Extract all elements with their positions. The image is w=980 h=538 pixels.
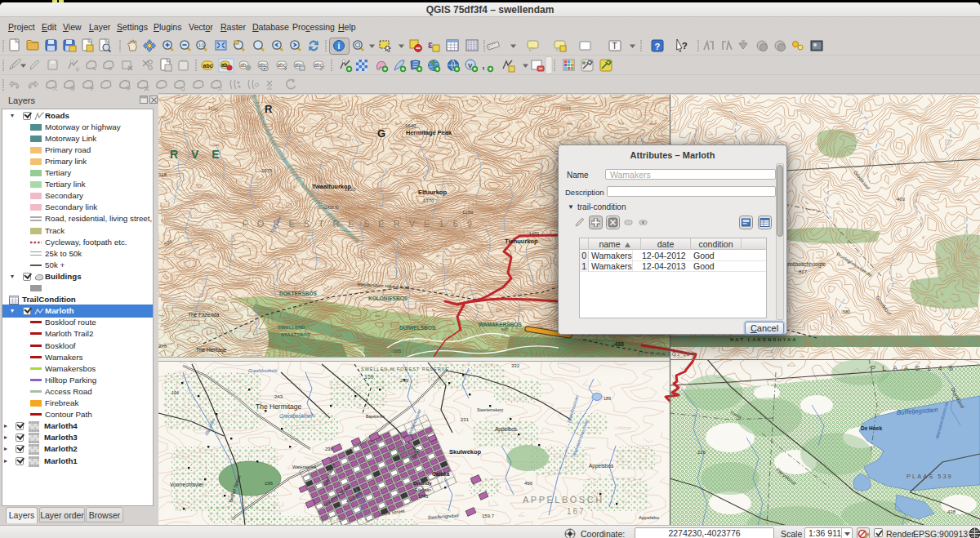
svg-text:Etkrlaan: Etkrlaan [415, 487, 431, 492]
svg-text:·196: ·196 [263, 481, 274, 486]
svg-text:1:1: 1:1 [198, 42, 204, 47]
svg-text:Bajekierks: Bajekierks [366, 414, 385, 419]
svg-text:SWELLEN M FOREST RESERVE: SWELLEN M FOREST RESERVE [361, 367, 449, 371]
svg-text:1520: 1520 [345, 187, 356, 192]
svg-text:Hermitage Peak: Hermitage Peak [406, 129, 452, 136]
svg-text:WAMAKERSBOS: WAMAKERSBOS [479, 322, 522, 327]
svg-text:·463: ·463 [895, 197, 906, 202]
svg-text:i: i [338, 42, 341, 51]
svg-text:abc: abc [278, 62, 287, 68]
svg-text:·1370: ·1370 [421, 198, 434, 203]
svg-text:·1075: ·1075 [260, 168, 273, 173]
svg-text:The Hermitage: The Hermitage [256, 402, 301, 411]
svg-text:580: 580 [843, 309, 850, 314]
svg-text:189: 189 [604, 396, 611, 401]
svg-text:·1489: ·1489 [528, 231, 539, 236]
svg-text:○305: ○305 [390, 349, 402, 353]
svg-text:Tienuurkop: Tienuurkop [505, 238, 538, 245]
svg-text:P L A A S 1 4 6: P L A A S 1 4 6 [871, 364, 956, 372]
svg-text:496: 496 [524, 481, 533, 486]
svg-text:231: 231 [461, 417, 470, 422]
svg-text:928: 928 [158, 172, 167, 177]
svg-text:·238: ·238 [323, 447, 334, 451]
svg-text:PLAAS 539: PLAAS 539 [906, 473, 953, 480]
svg-text:KOLONIESBOS: KOLONIESBOS [368, 296, 408, 301]
svg-text:216: 216 [697, 450, 706, 455]
svg-text:Galaka: Galaka [432, 471, 450, 477]
svg-text:Breëboschhoogte: Breëboschhoogte [784, 261, 826, 268]
svg-text:The Heritage: The Heritage [196, 347, 227, 353]
svg-text:276: 276 [158, 344, 167, 349]
svg-text:abc: abc [203, 63, 213, 69]
svg-text:R V E: R V E [170, 148, 225, 161]
svg-text:NAT LAKENSHYAA: NAT LAKENSHYAA [730, 337, 798, 342]
svg-text:269: 269 [400, 378, 409, 383]
svg-text:·1640: ·1640 [403, 123, 416, 128]
svg-text:Appelsbo: Appelsbo [639, 515, 660, 520]
svg-text:Drostdy: Drostdy [413, 481, 432, 486]
svg-text:Skulwekop: Skulwekop [449, 448, 482, 456]
svg-text:DUIWELSBOS: DUIWELSBOS [399, 325, 436, 331]
svg-text:,: , [482, 59, 485, 71]
svg-text:ab: ab [240, 62, 247, 68]
svg-text:Grootboskloof: Grootboskloof [279, 413, 314, 419]
svg-text:(1428.6): (1428.6) [323, 205, 339, 210]
svg-text:438: 438 [947, 509, 956, 514]
svg-text:Graafsloothuis: Graafsloothuis [248, 368, 278, 373]
svg-text:R: R [265, 103, 273, 115]
svg-text:159: 159 [364, 374, 374, 380]
svg-text:ε: ε [428, 39, 433, 51]
svg-text:T: T [612, 42, 617, 51]
svg-text:·243: ·243 [273, 394, 283, 399]
svg-text:104: 104 [172, 390, 179, 395]
svg-text:SWELLEND: SWELLEND [278, 325, 305, 330]
svg-text:△: △ [318, 198, 323, 203]
svg-text:APPELBOSQ1 164: APPELBOSQ1 164 [637, 351, 694, 358]
svg-text:167: 167 [567, 507, 586, 516]
svg-text:1100: 1100 [559, 106, 571, 111]
svg-text:1745: 1745 [418, 494, 428, 499]
svg-text:Voorrechtsvlei: Voorrechtsvlei [170, 482, 203, 487]
svg-text:?: ? [655, 42, 661, 51]
svg-text:Steeriemekery: Steeriemekery [477, 407, 504, 412]
svg-text:·488: ·488 [612, 341, 624, 347]
svg-text:Appelbos: Appelbos [495, 426, 518, 433]
svg-text:APPELBÖSCH: APPELBÖSCH [523, 495, 604, 505]
svg-text:STAATSBOS: STAATSBOS [281, 332, 310, 337]
svg-text:De Hoek: De Hoek [861, 425, 882, 431]
svg-text:159.7: 159.7 [482, 514, 495, 518]
svg-text:The Fazenda: The Fazenda [188, 312, 220, 318]
svg-text:DOKTERSBOS: DOKTERSBOS [279, 291, 318, 296]
svg-text:ab: ab [221, 62, 228, 68]
svg-text:Waterwerke: Waterwerke [292, 465, 316, 469]
svg-text:G: G [377, 127, 385, 140]
svg-text:332: 332 [511, 363, 520, 368]
svg-text:a: a [109, 65, 112, 71]
svg-text:·817: ·817 [797, 269, 808, 274]
svg-text:·1269: ·1269 [461, 210, 474, 215]
svg-text:Elfuurkop: Elfuurkop [418, 189, 447, 196]
svg-text:?: ? [682, 41, 688, 51]
svg-text:Appelsbos: Appelsbos [589, 463, 614, 469]
